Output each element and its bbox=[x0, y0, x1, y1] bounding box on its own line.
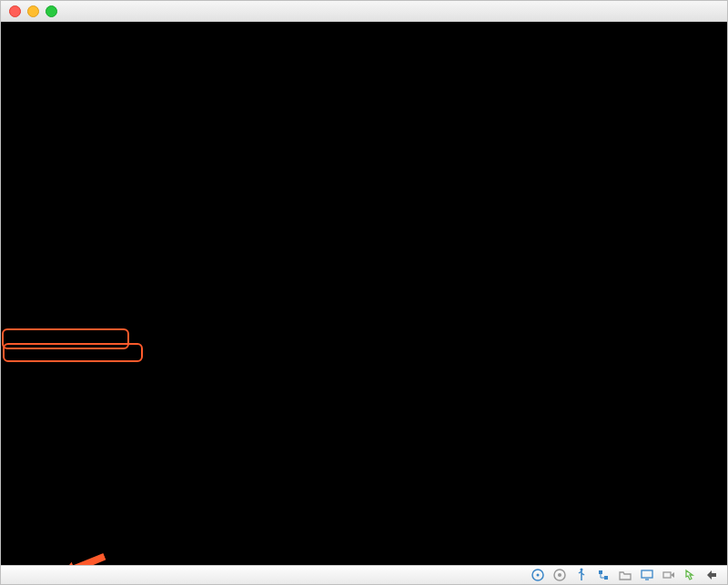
close-button[interactable] bbox=[9, 5, 21, 17]
statusbar bbox=[1, 565, 727, 584]
blank-line bbox=[6, 133, 722, 146]
titlebar bbox=[1, 1, 727, 22]
annotation-box-dependency-updated bbox=[2, 328, 129, 349]
vm-window bbox=[0, 0, 728, 585]
svg-point-2 bbox=[537, 574, 540, 577]
recording-icon[interactable] bbox=[662, 568, 676, 582]
annotation-box-networkmanager bbox=[3, 343, 143, 362]
svg-rect-7 bbox=[604, 576, 608, 580]
mouse-integration-icon[interactable] bbox=[683, 568, 698, 582]
svg-rect-9 bbox=[663, 572, 671, 578]
svg-rect-8 bbox=[642, 570, 652, 578]
window-controls bbox=[1, 5, 57, 17]
network-icon[interactable] bbox=[596, 568, 611, 582]
minimize-button[interactable] bbox=[27, 5, 39, 17]
zoom-button[interactable] bbox=[46, 5, 57, 17]
optical-drive-icon[interactable] bbox=[552, 568, 567, 582]
hard-disk-icon[interactable] bbox=[531, 568, 545, 582]
display-icon[interactable] bbox=[640, 568, 654, 582]
annotation-arrow bbox=[49, 524, 117, 565]
svg-rect-6 bbox=[599, 570, 602, 574]
terminal[interactable] bbox=[1, 22, 727, 565]
keyboard-capture-icon bbox=[705, 569, 718, 581]
shared-folders-icon[interactable] bbox=[618, 568, 632, 582]
svg-point-4 bbox=[558, 573, 561, 577]
usb-icon[interactable] bbox=[574, 568, 589, 582]
svg-point-5 bbox=[581, 569, 583, 571]
svg-marker-0 bbox=[60, 550, 107, 565]
host-key-indicator[interactable] bbox=[705, 569, 722, 581]
